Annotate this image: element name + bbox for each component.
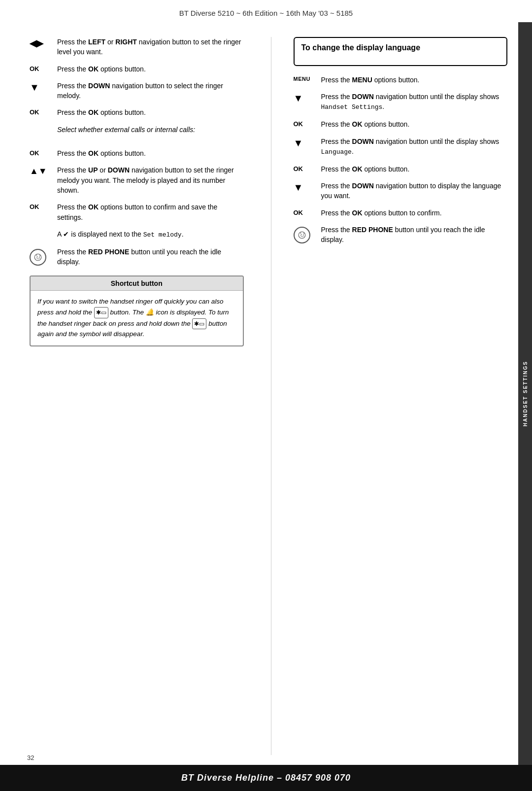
- star-btn-icon-2: ✱▭: [192, 318, 206, 330]
- ok-text-3: Press the OK options button.: [57, 148, 146, 158]
- footer: BT Diverse Helpline – 08457 908 070: [0, 765, 532, 791]
- ok-key-1: OK: [30, 64, 53, 72]
- down-arrow-icon-r1: ▼: [294, 92, 317, 104]
- ok-text-r1: Press the OK options button.: [321, 119, 410, 129]
- star-btn-icon: ✱▭: [94, 307, 108, 318]
- page-number: 32: [27, 754, 34, 761]
- lr-arrows-icon: ◀▶: [30, 37, 53, 49]
- ok-key-r2: OK: [294, 164, 317, 172]
- lr-arrows-text: Press the LEFT or RIGHT navigation butto…: [57, 37, 244, 57]
- down-arrow-icon-r3: ▼: [294, 181, 317, 193]
- menu-text: Press the MENU options button.: [321, 75, 420, 85]
- column-divider: [271, 37, 271, 755]
- phone-icon-right: [294, 225, 317, 243]
- ok-text-1: Press the OK options button.: [57, 64, 146, 74]
- svg-point-0: [34, 254, 41, 261]
- down-arrow-text-r1: Press the DOWN navigation button until t…: [321, 92, 508, 112]
- down-arrow-text-1: Press the DOWN navigation button to sele…: [57, 81, 244, 101]
- right-column: To change the display language MENU Pres…: [289, 37, 508, 755]
- page: BT Diverse 5210 ~ 6th Edition ~ 16th May…: [0, 0, 532, 791]
- ok-text-r2: Press the OK options button.: [321, 164, 410, 174]
- list-item: ▼ Press the DOWN navigation button until…: [294, 137, 508, 157]
- down-arrow-text-r2: Press the DOWN navigation button until t…: [321, 137, 508, 157]
- updown-text: Press the UP or DOWN navigation button t…: [57, 165, 244, 195]
- shortcut-title: Shortcut button: [31, 276, 243, 291]
- shortcut-box: Shortcut button If you want to switch th…: [30, 275, 244, 346]
- lang-box-title: To change the display language: [301, 43, 500, 53]
- list-item: ▼ Press the DOWN navigation button until…: [294, 92, 508, 112]
- list-item: A ✔ is displayed next to the Set melody.: [30, 229, 244, 240]
- list-item: Press the RED PHONE button until you rea…: [30, 247, 244, 267]
- ok-text-4: Press the OK options button to confirm a…: [57, 202, 244, 222]
- header-title: BT Diverse 5210 ~ 6th Edition ~ 16th May…: [179, 9, 353, 17]
- list-item: OK Press the OK options button.: [30, 148, 244, 158]
- phone-text-left: Press the RED PHONE button until you rea…: [57, 247, 244, 267]
- list-item: Press the RED PHONE button until you rea…: [294, 225, 508, 245]
- down-arrow-icon-1: ▼: [30, 81, 53, 93]
- list-item: ▼ Press the DOWN navigation button to di…: [294, 181, 508, 201]
- ok-key-r3: OK: [294, 208, 317, 216]
- menu-key: MENU: [294, 75, 317, 82]
- main-content: ◀▶ Press the LEFT or RIGHT navigation bu…: [0, 22, 532, 765]
- ok-key-2: OK: [30, 107, 53, 116]
- ok-text-r3: Press the OK options button to confirm.: [321, 208, 442, 218]
- left-column: ◀▶ Press the LEFT or RIGHT navigation bu…: [30, 37, 254, 755]
- list-item: ◀▶ Press the LEFT or RIGHT navigation bu…: [30, 37, 244, 57]
- ok-key-3: OK: [30, 148, 53, 157]
- list-item: OK Press the OK options button to confir…: [30, 202, 244, 222]
- updown-arrows-icon: ▲▼: [30, 165, 53, 176]
- list-item: OK Press the OK options button to confir…: [294, 208, 508, 218]
- italic-text-1: Select whether external calls or interna…: [57, 125, 195, 135]
- down-arrow-icon-r2: ▼: [294, 137, 317, 149]
- list-item: OK Press the OK options button.: [30, 64, 244, 74]
- shortcut-body: If you want to switch the handset ringer…: [31, 291, 243, 345]
- phone-icon-left: [30, 247, 53, 266]
- list-item: Select whether external calls or interna…: [30, 125, 244, 141]
- page-header: BT Diverse 5210 ~ 6th Edition ~ 16th May…: [0, 0, 532, 22]
- blank-key-2: [30, 229, 53, 230]
- svg-point-1: [299, 232, 305, 239]
- list-item: MENU Press the MENU options button.: [294, 75, 508, 85]
- sidebar-tab: HANDSET SETTINGS: [518, 22, 532, 765]
- list-item: ▼ Press the DOWN navigation button to se…: [30, 81, 244, 101]
- list-item: OK Press the OK options button.: [294, 164, 508, 174]
- ok-key-4: OK: [30, 202, 53, 210]
- down-arrow-text-r3: Press the DOWN navigation button to disp…: [321, 181, 508, 201]
- checkmark-text: A ✔ is displayed next to the Set melody.: [57, 229, 184, 240]
- phone-text-right: Press the RED PHONE button until you rea…: [321, 225, 508, 245]
- list-item: OK Press the OK options button.: [30, 107, 244, 117]
- blank-key-1: [30, 125, 53, 126]
- list-item: ▲▼ Press the UP or DOWN navigation butto…: [30, 165, 244, 195]
- ok-key-r1: OK: [294, 119, 317, 128]
- footer-text: BT Diverse Helpline – 08457 908 070: [181, 773, 351, 783]
- ok-text-2: Press the OK options button.: [57, 107, 146, 117]
- list-item: OK Press the OK options button.: [294, 119, 508, 129]
- lang-box: To change the display language: [294, 37, 508, 66]
- sidebar-label: HANDSET SETTINGS: [523, 361, 528, 426]
